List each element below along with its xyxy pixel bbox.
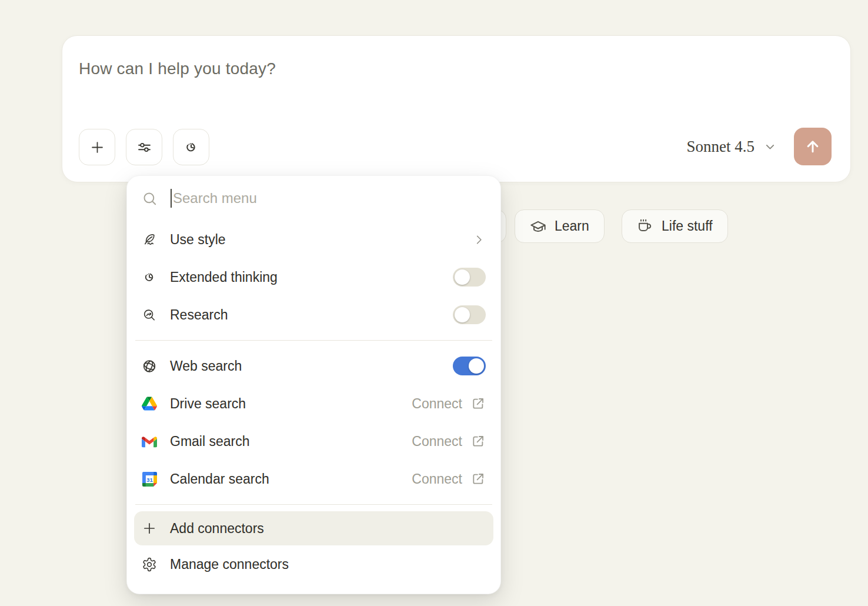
menu-item-gmail-search[interactable]: Gmail search Connect — [127, 422, 500, 460]
feather-icon — [142, 232, 157, 248]
menu-item-extended-thinking[interactable]: Extended thinking — [127, 258, 500, 296]
chevron-right-icon — [472, 233, 486, 247]
model-name: Sonnet 4.5 — [686, 138, 755, 156]
toggle-knob — [455, 269, 470, 285]
menu-item-research[interactable]: Research — [127, 296, 500, 334]
menu-item-calendar-search[interactable]: 31 Calendar search Connect — [127, 460, 500, 498]
chevron-down-icon — [763, 139, 777, 154]
clock-icon — [142, 269, 157, 285]
external-link-icon — [470, 471, 486, 487]
svg-text:31: 31 — [146, 476, 153, 482]
research-toggle[interactable] — [453, 305, 486, 324]
menu-item-label: Use style — [170, 232, 472, 248]
chip-label: Learn — [555, 218, 589, 234]
connect-link[interactable]: Connect — [412, 434, 462, 449]
menu-divider — [135, 340, 492, 341]
menu-item-use-style[interactable]: Use style — [127, 221, 500, 258]
menu-item-drive-search[interactable]: Drive search Connect — [127, 385, 500, 422]
gear-icon — [142, 557, 157, 572]
coffee-cup-icon — [637, 218, 653, 235]
arrow-up-icon — [804, 138, 822, 155]
text-caret — [171, 189, 172, 208]
history-button[interactable] — [173, 129, 209, 165]
external-link-icon — [470, 434, 486, 449]
research-magnifier-icon — [142, 307, 157, 323]
connect-link[interactable]: Connect — [412, 396, 462, 412]
menu-divider — [135, 504, 492, 505]
menu-search-input[interactable] — [173, 190, 500, 207]
menu-item-label: Add connectors — [170, 521, 486, 537]
menu-item-label: Web search — [170, 358, 453, 374]
menu-item-label: Drive search — [170, 396, 412, 412]
connect-link[interactable]: Connect — [412, 471, 462, 487]
toggle-knob — [455, 307, 470, 322]
send-button[interactable] — [794, 128, 832, 165]
composer-card: How can I help you today? Sonnet 4.5 — [62, 35, 851, 182]
tools-dropdown-menu: Use style Extended thinking Research — [126, 175, 501, 594]
search-icon — [142, 191, 158, 207]
menu-item-label: Gmail search — [170, 434, 412, 449]
model-selector[interactable]: Sonnet 4.5 — [686, 138, 777, 156]
plus-icon — [142, 521, 157, 536]
toggle-knob — [469, 358, 484, 374]
menu-item-label: Calendar search — [170, 471, 412, 487]
web-search-toggle[interactable] — [453, 357, 486, 375]
menu-item-label: Extended thinking — [170, 269, 453, 285]
message-input[interactable]: How can I help you today? — [79, 59, 827, 78]
attach-button[interactable] — [79, 129, 115, 165]
composer-toolbar — [79, 129, 209, 165]
globe-icon — [142, 358, 157, 374]
menu-item-web-search[interactable]: Web search — [127, 347, 500, 385]
sliders-icon — [136, 139, 152, 155]
chip-life-stuff[interactable]: Life stuff — [622, 209, 728, 243]
tools-menu-button[interactable] — [126, 129, 162, 165]
menu-item-add-connectors[interactable]: Add connectors — [134, 511, 493, 545]
clock-history-icon — [183, 139, 199, 155]
google-calendar-logo-icon: 31 — [142, 472, 157, 487]
graduation-cap-icon — [530, 218, 546, 235]
google-drive-logo-icon — [142, 397, 157, 411]
chip-learn[interactable]: Learn — [515, 209, 605, 243]
chip-label: Life stuff — [662, 218, 713, 234]
external-link-icon — [470, 396, 486, 411]
menu-item-manage-connectors[interactable]: Manage connectors — [127, 545, 500, 583]
extended-thinking-toggle[interactable] — [453, 268, 486, 287]
menu-item-label: Manage connectors — [170, 557, 486, 572]
plus-icon — [89, 139, 105, 155]
menu-item-label: Research — [170, 307, 453, 323]
menu-search-row — [127, 176, 500, 221]
gmail-logo-icon — [142, 435, 157, 448]
app-window: How can I help you today? Sonnet 4.5 — [0, 0, 868, 606]
composer-right-controls: Sonnet 4.5 — [686, 128, 832, 165]
